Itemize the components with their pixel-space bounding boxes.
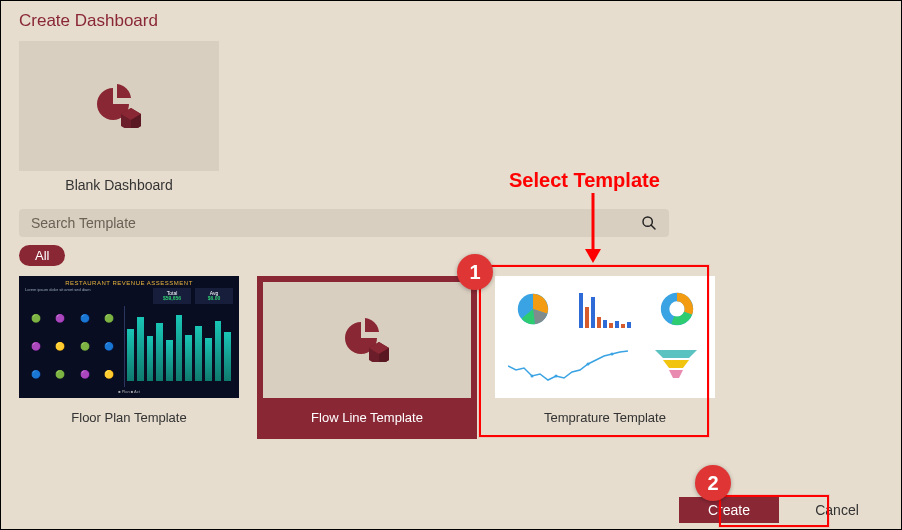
create-button[interactable]: Create — [679, 497, 779, 523]
template-thumb — [495, 276, 715, 398]
svg-line-4 — [651, 225, 655, 229]
pie-icon — [514, 290, 552, 328]
dashboard-icon — [93, 84, 145, 128]
annotation-step-2: 2 — [695, 465, 731, 501]
svg-point-13 — [611, 352, 614, 355]
template-list: RESTAURANT REVENUE ASSESSMENT Lorem ipsu… — [19, 276, 883, 439]
search-button[interactable] — [641, 215, 657, 231]
search-input[interactable] — [31, 215, 641, 231]
template-label: Floor Plan Template — [71, 398, 186, 439]
svg-point-12 — [587, 362, 590, 365]
funnel-icon — [653, 346, 699, 386]
svg-marker-14 — [655, 350, 697, 358]
filter-row: All — [19, 245, 883, 266]
svg-point-11 — [555, 374, 558, 377]
search-icon — [641, 215, 657, 231]
template-card-floor-plan[interactable]: RESTAURANT REVENUE ASSESSMENT Lorem ipsu… — [19, 276, 239, 439]
blank-dashboard-card[interactable] — [19, 41, 219, 171]
template-thumb — [263, 282, 471, 398]
filter-chip-all[interactable]: All — [19, 245, 65, 266]
template-card-flow-line[interactable]: Flow Line Template — [257, 276, 477, 439]
svg-marker-15 — [663, 360, 689, 368]
template-card-temperature[interactable]: Temprature Template — [495, 276, 715, 439]
cancel-button[interactable]: Cancel — [787, 497, 887, 523]
fp-title: RESTAURANT REVENUE ASSESSMENT — [25, 280, 233, 286]
template-label: Flow Line Template — [311, 398, 423, 439]
line-icon — [508, 346, 628, 386]
svg-point-10 — [531, 374, 534, 377]
dialog-button-row: Create Cancel — [679, 497, 887, 523]
svg-marker-16 — [669, 370, 683, 378]
dialog-title: Create Dashboard — [19, 11, 883, 31]
template-label: Temprature Template — [544, 398, 666, 439]
search-row — [19, 209, 669, 237]
blank-dashboard-label: Blank Dashboard — [19, 177, 219, 193]
annotation-select-template: Select Template — [509, 169, 660, 192]
template-thumb: RESTAURANT REVENUE ASSESSMENT Lorem ipsu… — [19, 276, 239, 398]
dashboard-icon — [341, 318, 393, 362]
donut-icon — [660, 292, 694, 326]
